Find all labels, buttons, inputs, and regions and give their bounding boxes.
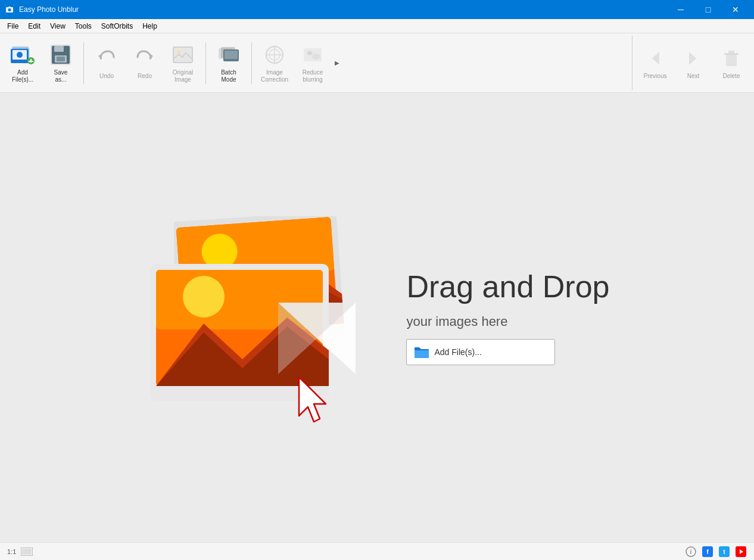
toolbar-right: Previous Next D bbox=[632, 36, 749, 90]
drop-illustration bbox=[144, 204, 370, 431]
next-label: Next bbox=[687, 73, 700, 80]
svg-rect-11 bbox=[29, 61, 33, 62]
original-image-label: OriginalImage bbox=[173, 69, 193, 83]
status-bar: 1:1 i f t bbox=[0, 542, 754, 560]
undo-icon bbox=[95, 46, 119, 70]
toolbar: AddFile(s)... Saveas... bbox=[0, 33, 754, 93]
toolbar-sep-1 bbox=[83, 42, 84, 84]
original-image-icon bbox=[171, 43, 195, 67]
svg-point-21 bbox=[177, 50, 180, 54]
batch-mode-label: BatchMode bbox=[221, 69, 236, 83]
app-title: Easy Photo Unblur bbox=[19, 5, 79, 14]
toolbar-sep-2 bbox=[205, 42, 206, 84]
add-files-label: AddFile(s)... bbox=[12, 69, 33, 83]
svg-marker-56 bbox=[299, 377, 326, 422]
page-icon bbox=[21, 547, 33, 556]
svg-point-8 bbox=[17, 52, 23, 58]
add-files-icon bbox=[11, 43, 35, 67]
reduce-blurring-button[interactable]: Reduceblurring bbox=[295, 39, 331, 88]
menu-view[interactable]: View bbox=[45, 21, 70, 32]
folded-corner bbox=[278, 303, 356, 374]
status-bar-left: 1:1 bbox=[7, 547, 33, 556]
drop-zone: Drag and Drop your images here Add File(… bbox=[144, 204, 609, 431]
drop-text-area: Drag and Drop your images here Add File(… bbox=[406, 270, 609, 365]
image-correction-button[interactable]: ImageCorrection bbox=[257, 39, 292, 88]
next-icon bbox=[681, 46, 705, 70]
title-bar: Easy Photo Unblur ─ □ ✕ bbox=[0, 0, 754, 19]
cursor-arrow-icon bbox=[296, 377, 335, 425]
svg-point-2 bbox=[8, 8, 11, 11]
svg-rect-3 bbox=[8, 7, 11, 8]
window-controls: ─ □ ✕ bbox=[667, 0, 749, 19]
delete-label: Delete bbox=[723, 73, 740, 80]
save-as-label: Saveas... bbox=[54, 69, 68, 83]
drag-drop-subtitle: your images here bbox=[406, 314, 609, 329]
batch-mode-icon bbox=[217, 43, 241, 67]
add-files-zone-button[interactable]: Add File(s)... bbox=[406, 339, 555, 365]
delete-button[interactable]: Delete bbox=[714, 39, 749, 88]
save-as-button[interactable]: Saveas... bbox=[43, 39, 79, 88]
twitter-icon[interactable]: t bbox=[718, 546, 730, 558]
svg-point-33 bbox=[312, 54, 320, 60]
undo-button[interactable]: Undo bbox=[89, 39, 124, 88]
status-bar-right: i f t bbox=[685, 546, 747, 558]
svg-rect-14 bbox=[54, 46, 64, 52]
svg-marker-34 bbox=[652, 52, 659, 65]
menu-edit[interactable]: Edit bbox=[23, 21, 45, 32]
svg-rect-19 bbox=[173, 47, 192, 63]
main-area[interactable]: Drag and Drop your images here Add File(… bbox=[0, 93, 754, 542]
menu-help[interactable]: Help bbox=[138, 21, 162, 32]
toolbar-sep-3 bbox=[251, 42, 252, 84]
svg-rect-38 bbox=[728, 51, 734, 53]
folder-icon bbox=[414, 346, 429, 359]
image-correction-icon bbox=[263, 43, 286, 67]
svg-text:f: f bbox=[706, 548, 709, 555]
menu-bar: File Edit View Tools SoftOrbits Help bbox=[0, 19, 754, 33]
reduce-blurring-icon bbox=[301, 43, 325, 67]
next-button[interactable]: Next bbox=[675, 39, 711, 88]
previous-button[interactable]: Previous bbox=[637, 39, 673, 88]
app-icon bbox=[5, 5, 14, 14]
redo-label: Redo bbox=[138, 73, 152, 80]
drag-drop-title: Drag and Drop bbox=[406, 270, 609, 304]
svg-rect-16 bbox=[57, 57, 65, 61]
svg-marker-35 bbox=[689, 52, 696, 65]
save-as-icon bbox=[49, 43, 73, 67]
previous-label: Previous bbox=[644, 73, 667, 80]
svg-point-53 bbox=[183, 276, 225, 318]
delete-icon bbox=[719, 46, 743, 70]
youtube-icon[interactable] bbox=[735, 546, 747, 558]
toolbar-scroll-right[interactable]: ▶ bbox=[333, 39, 341, 88]
svg-rect-25 bbox=[225, 51, 238, 59]
zoom-level: 1:1 bbox=[7, 548, 16, 555]
add-files-button[interactable]: AddFile(s)... bbox=[5, 39, 40, 88]
add-files-zone-label: Add File(s)... bbox=[434, 347, 481, 357]
svg-rect-58 bbox=[22, 549, 32, 555]
batch-mode-button[interactable]: BatchMode bbox=[211, 39, 247, 88]
minimize-button[interactable]: ─ bbox=[667, 0, 694, 19]
menu-softorbits[interactable]: SoftOrbits bbox=[96, 21, 138, 32]
previous-icon bbox=[643, 46, 667, 70]
info-icon[interactable]: i bbox=[685, 546, 697, 558]
original-image-button[interactable]: OriginalImage bbox=[165, 39, 201, 88]
undo-label: Undo bbox=[99, 73, 114, 80]
menu-tools[interactable]: Tools bbox=[70, 21, 96, 32]
redo-icon bbox=[133, 46, 157, 70]
svg-text:i: i bbox=[690, 549, 692, 555]
redo-button[interactable]: Redo bbox=[127, 39, 163, 88]
title-bar-left: Easy Photo Unblur bbox=[5, 5, 79, 14]
reduce-blurring-label: Reduceblurring bbox=[303, 69, 323, 83]
maximize-button[interactable]: □ bbox=[694, 0, 722, 19]
menu-file[interactable]: File bbox=[2, 21, 23, 32]
toolbar-left: AddFile(s)... Saveas... bbox=[5, 39, 632, 88]
svg-point-32 bbox=[308, 51, 311, 54]
facebook-icon[interactable]: f bbox=[702, 546, 714, 558]
svg-rect-37 bbox=[724, 53, 739, 55]
close-button[interactable]: ✕ bbox=[722, 0, 749, 19]
image-correction-label: ImageCorrection bbox=[261, 69, 288, 83]
